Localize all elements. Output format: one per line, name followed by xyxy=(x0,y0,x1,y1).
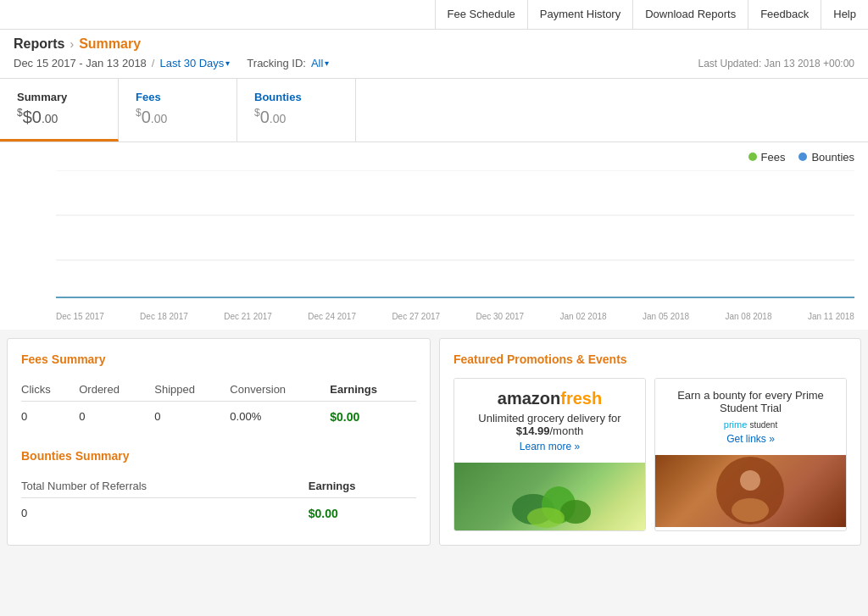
x-label-1: Dec 18 2017 xyxy=(140,312,188,321)
filter-separator: / xyxy=(152,57,155,69)
val-referrals: 0 xyxy=(21,497,309,529)
fresh-vegetable-svg xyxy=(499,463,601,530)
col-earnings: Earnings xyxy=(330,378,416,402)
col-conversion: Conversion xyxy=(230,378,330,402)
val-bounties-earnings: $0.00 xyxy=(309,497,416,529)
fees-summary-title: Fees Summary xyxy=(21,352,416,366)
summary-card-summary[interactable]: Summary $$0.00 xyxy=(0,79,119,142)
amazon-smile: fresh xyxy=(560,389,602,408)
promo-images: amazonfresh Unlimited grocery delivery f… xyxy=(453,378,847,531)
top-navigation: Fee Schedule Payment History Download Re… xyxy=(0,0,868,30)
nav-download-reports[interactable]: Download Reports xyxy=(632,0,748,29)
promo-fresh-tagline: Unlimited grocery delivery for $14.99/mo… xyxy=(463,412,637,437)
promo-prime-logo: prime student xyxy=(664,419,837,430)
summary-cards: Summary $$0.00 Fees $0.00 Bounties $0.00 xyxy=(0,79,868,142)
nav-fee-schedule[interactable]: Fee Schedule xyxy=(435,0,527,29)
summary-card-summary-title: Summary xyxy=(17,91,101,103)
filter-date-range: Dec 15 2017 - Jan 13 2018 xyxy=(14,57,147,69)
tracking-dropdown-arrow: ▾ xyxy=(325,58,329,68)
x-label-0: Dec 15 2017 xyxy=(56,312,104,321)
fees-summary-row: 0 0 0 0.00% $0.00 xyxy=(21,401,416,432)
bounties-summary-table: Total Number of Referrals Earnings 0 $0.… xyxy=(21,474,416,529)
promo-fresh-logo: amazonfresh xyxy=(463,389,637,408)
x-label-5: Dec 30 2017 xyxy=(476,312,524,321)
bounties-summary-title: Bounties Summary xyxy=(21,449,416,463)
promo-prime-image xyxy=(655,455,846,527)
val-conversion: 0.00% xyxy=(230,401,330,432)
filter-bar: Dec 15 2017 - Jan 13 2018 / Last 30 Days… xyxy=(0,52,868,79)
chart-x-labels: Dec 15 2017 Dec 18 2017 Dec 21 2017 Dec … xyxy=(56,312,854,321)
bounties-section: Bounties Summary Total Number of Referra… xyxy=(21,449,416,529)
summary-card-bounties-value: $0.00 xyxy=(254,107,338,127)
breadcrumb: Reports › Summary xyxy=(0,30,868,52)
summary-card-bounties[interactable]: Bounties $0.00 xyxy=(237,79,356,142)
col-bounties-earnings: Earnings xyxy=(309,474,416,498)
last-updated: Last Updated: Jan 13 2018 +00:00 xyxy=(698,58,854,69)
promo-fresh-image xyxy=(454,463,645,530)
svg-point-6 xyxy=(560,500,591,524)
legend-fees: Fees xyxy=(748,151,786,164)
legend-bounties-label: Bounties xyxy=(811,151,854,164)
svg-point-10 xyxy=(740,470,760,491)
promo-prime-content: Earn a bounty for every Prime Student Tr… xyxy=(655,379,846,455)
legend-fees-label: Fees xyxy=(761,151,786,164)
promo-fresh-content: amazonfresh Unlimited grocery delivery f… xyxy=(454,379,645,463)
col-referrals: Total Number of Referrals xyxy=(21,474,309,498)
prime-student-svg xyxy=(715,455,787,527)
breadcrumb-summary: Summary xyxy=(79,36,141,52)
promo-card-fresh[interactable]: amazonfresh Unlimited grocery delivery f… xyxy=(453,378,646,531)
x-label-6: Jan 02 2018 xyxy=(560,312,607,321)
nav-payment-history[interactable]: Payment History xyxy=(527,0,632,29)
x-label-7: Jan 05 2018 xyxy=(643,312,689,321)
filter-left: Dec 15 2017 - Jan 13 2018 / Last 30 Days… xyxy=(14,57,329,69)
legend-fees-dot xyxy=(748,153,757,161)
x-label-3: Dec 24 2017 xyxy=(308,312,356,321)
last30-dropdown-arrow: ▾ xyxy=(225,58,230,68)
svg-point-7 xyxy=(527,508,565,528)
promo-fresh-link[interactable]: Learn more » xyxy=(463,441,637,452)
x-label-9: Jan 11 2018 xyxy=(808,312,854,321)
summary-card-bounties-title: Bounties xyxy=(254,91,338,103)
featured-promotions-title: Featured Promotions & Events xyxy=(453,352,847,366)
filter-tracking-label: Tracking ID: xyxy=(247,57,306,69)
chart-section: Fees Bounties $1.50 $1.00 $0.50 0 xyxy=(0,142,868,330)
breadcrumb-reports[interactable]: Reports xyxy=(14,36,64,52)
legend-bounties-dot xyxy=(798,153,807,161)
left-panel: Fees Summary Clicks Ordered Shipped Conv… xyxy=(7,338,431,546)
filter-tracking-dropdown[interactable]: All ▾ xyxy=(311,57,329,69)
nav-feedback[interactable]: Feedback xyxy=(748,0,821,29)
x-label-8: Jan 08 2018 xyxy=(725,312,771,321)
nav-help[interactable]: Help xyxy=(821,0,868,29)
legend-bounties: Bounties xyxy=(798,151,854,164)
val-shipped: 0 xyxy=(154,401,230,432)
promo-card-prime[interactable]: Earn a bounty for every Prime Student Tr… xyxy=(654,378,847,531)
summary-card-fees[interactable]: Fees $0.00 xyxy=(119,79,237,142)
val-clicks: 0 xyxy=(21,401,79,432)
col-ordered: Ordered xyxy=(79,378,154,402)
val-earnings: $0.00 xyxy=(330,401,416,432)
fees-summary-table: Clicks Ordered Shipped Conversion Earnin… xyxy=(21,378,416,432)
chart-wrapper: $1.50 $1.00 $0.50 0 Dec 15 2017 Dec 18 2… xyxy=(14,170,854,321)
chart-legend: Fees Bounties xyxy=(14,151,854,164)
x-label-4: Dec 27 2017 xyxy=(392,312,440,321)
bounties-summary-row: 0 $0.00 xyxy=(21,497,416,529)
col-shipped: Shipped xyxy=(154,378,230,402)
col-clicks: Clicks xyxy=(21,378,79,402)
right-panel: Featured Promotions & Events amazonfresh… xyxy=(439,338,861,546)
chart-svg xyxy=(56,170,854,306)
breadcrumb-arrow: › xyxy=(70,37,74,51)
summary-card-summary-value: $$0.00 xyxy=(17,107,101,127)
summary-card-fees-title: Fees xyxy=(136,91,220,103)
val-ordered: 0 xyxy=(79,401,154,432)
bottom-panels: Fees Summary Clicks Ordered Shipped Conv… xyxy=(0,338,868,552)
filter-last30-button[interactable]: Last 30 Days ▾ xyxy=(159,57,230,69)
x-label-2: Dec 21 2017 xyxy=(224,312,272,321)
svg-point-11 xyxy=(732,498,769,522)
promo-prime-link[interactable]: Get links » xyxy=(664,433,837,445)
promo-prime-headline: Earn a bounty for every Prime Student Tr… xyxy=(664,389,837,414)
summary-card-fees-value: $0.00 xyxy=(136,107,220,127)
